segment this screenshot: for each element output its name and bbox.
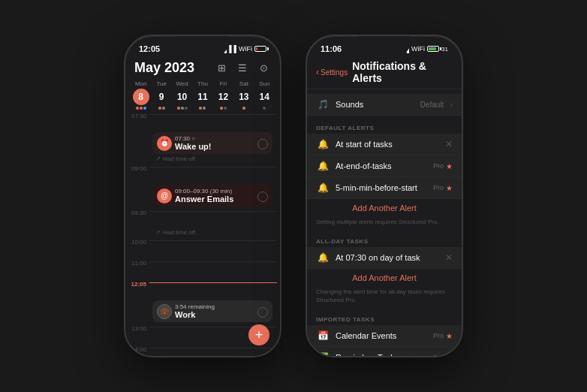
all-day-alert-remove[interactable]: ✕ xyxy=(445,252,453,263)
day-sat[interactable]: Sat 13 xyxy=(234,80,253,110)
event-emails-icon: @ xyxy=(157,188,172,204)
right-phone: 11:06 ▐▐▐ WiFi 31 ‹ Settings Notificatio… xyxy=(306,35,463,357)
right-status-icons: ▐▐▐ WiFi 31 xyxy=(395,45,448,53)
had-time-off-2: ↗Had time off. xyxy=(128,229,277,237)
timeline: 07:30 ⏰ 07:30 ○ Wake up! ↗Had time off. xyxy=(125,111,280,357)
right-battery-icon xyxy=(427,46,439,52)
event-work-icon: 💼 xyxy=(157,304,172,319)
day-wed[interactable]: Wed 10 xyxy=(173,80,191,110)
calendar-content: May 2023 ⊞ ☰ ⊙ Mon 8 Tue 9 xyxy=(125,57,280,357)
cal-toolbar: ⊞ ☰ ⊙ xyxy=(214,61,271,76)
event-emails[interactable]: @ 09:00–09:30 (30 min) Answer Emails xyxy=(152,185,272,207)
chevron-left-icon: ‹ xyxy=(316,67,319,77)
reminders-icon: ✅ xyxy=(316,352,330,357)
cal-list-icon[interactable]: ☰ xyxy=(235,61,250,76)
wifi-icon: WiFi xyxy=(239,45,252,53)
right-status-time: 11:06 xyxy=(321,44,342,53)
sounds-label: Sounds xyxy=(336,100,414,109)
alert-start-icon: 🔔 xyxy=(316,139,330,149)
alert-start-remove[interactable]: ✕ xyxy=(445,139,453,149)
status-time: 12:05 xyxy=(139,44,160,53)
volume-down-button[interactable] xyxy=(124,111,125,128)
day-thu[interactable]: Thu 11 xyxy=(193,80,212,110)
volume-up-button[interactable] xyxy=(124,89,125,105)
sounds-row[interactable]: 🎵 Sounds Default › xyxy=(307,94,462,116)
alert-before-pro: Pro ★ xyxy=(433,184,453,192)
right-volume-up[interactable] xyxy=(306,89,306,105)
add-allday-alert-row[interactable]: Add Another Alert xyxy=(307,269,462,287)
imported-label: IMPORTED TASKS xyxy=(307,312,462,325)
page-title: Notifications & Alerts xyxy=(352,60,453,84)
reminders-row[interactable]: ✅ Reminders Tasks Pro ★ xyxy=(307,347,462,357)
alert-before-icon: 🔔 xyxy=(316,182,330,193)
calendar-events-row[interactable]: 📅 Calendar Events Pro ★ xyxy=(307,325,462,347)
alert-end-pro: Pro ★ xyxy=(433,162,453,170)
right-wifi-icon: WiFi xyxy=(411,45,425,53)
calendar-events-pro: Pro ★ xyxy=(433,332,453,340)
calendar-events-icon: 📅 xyxy=(316,330,330,341)
all-day-helper: Changing the alert time for all-day task… xyxy=(307,287,462,307)
sounds-chevron: › xyxy=(450,100,453,109)
event-emails-checkbox[interactable] xyxy=(257,191,268,202)
day-mon[interactable]: Mon 8 xyxy=(131,80,150,110)
default-alerts-label: DEFAULT ALERTS xyxy=(307,120,462,134)
all-day-alert-row[interactable]: 🔔 At 07:30 on day of task ✕ xyxy=(307,247,462,269)
calendar-header: May 2023 ⊞ ☰ ⊙ xyxy=(125,57,280,79)
week-row: Mon 8 Tue 9 Wed 10 Thu 11 xyxy=(125,79,280,111)
battery-icon xyxy=(254,46,266,52)
add-default-alert-text: Add Another Alert xyxy=(352,204,417,213)
month-title: May 2023 xyxy=(134,60,194,76)
day-sun[interactable]: Sun 14 xyxy=(255,80,274,110)
all-day-alert-icon: 🔔 xyxy=(316,252,330,263)
left-phone: 12:05 ▐▐▐ WiFi May 2023 ⊞ ☰ ⊙ xyxy=(124,35,281,357)
settings-content: ‹ Settings Notifications & Alerts 🎵 Soun… xyxy=(307,57,462,357)
add-allday-alert-text: Add Another Alert xyxy=(352,273,417,282)
power-button[interactable] xyxy=(281,100,281,128)
back-button[interactable]: ‹ Settings xyxy=(316,67,348,77)
event-wakeup-checkbox[interactable] xyxy=(257,139,268,149)
signal-icon: ▐▐▐ xyxy=(222,45,236,53)
right-power-button[interactable] xyxy=(462,100,463,128)
status-bar: 12:05 ▐▐▐ WiFi xyxy=(125,36,280,57)
add-default-alert-row[interactable]: Add Another Alert xyxy=(307,199,462,217)
alert-start-row[interactable]: 🔔 At start of tasks ✕ xyxy=(307,134,462,155)
add-fab[interactable]: + xyxy=(248,324,269,345)
right-status-bar: 11:06 ▐▐▐ WiFi 31 xyxy=(307,36,462,57)
day-tue[interactable]: Tue 9 xyxy=(152,80,170,110)
sounds-icon: 🎵 xyxy=(316,99,330,110)
event-work[interactable]: 💼 3:54 remaining Work xyxy=(152,300,272,322)
cal-more-icon[interactable]: ⊙ xyxy=(256,61,271,76)
settings-header: ‹ Settings Notifications & Alerts xyxy=(307,57,462,89)
right-signal-icon: ▐▐▐ xyxy=(395,45,409,53)
day-fri[interactable]: Fri 12 xyxy=(214,80,233,110)
had-time-off-1: ↗Had time off. xyxy=(128,155,277,164)
event-wakeup-icon: ⏰ xyxy=(157,136,172,151)
alert-end-icon: 🔔 xyxy=(316,161,330,171)
default-alerts-helper: Setting multiple alerts requires Structu… xyxy=(307,217,462,229)
status-icons: ▐▐▐ WiFi xyxy=(222,45,266,53)
alert-end-row[interactable]: 🔔 At-end-of-tasks Pro ★ xyxy=(307,155,462,177)
alert-before-row[interactable]: 🔔 5-min-min-before-start Pro ★ xyxy=(307,177,462,199)
all-day-label: ALL-DAY TASKS xyxy=(307,234,462,247)
right-volume-down[interactable] xyxy=(306,111,306,128)
reminders-pro: Pro ★ xyxy=(433,354,453,357)
sounds-value: Default xyxy=(420,101,444,109)
cal-grid-icon[interactable]: ⊞ xyxy=(214,61,229,76)
event-work-checkbox[interactable] xyxy=(257,307,268,318)
event-wakeup[interactable]: ⏰ 07:30 ○ Wake up! xyxy=(152,132,272,154)
